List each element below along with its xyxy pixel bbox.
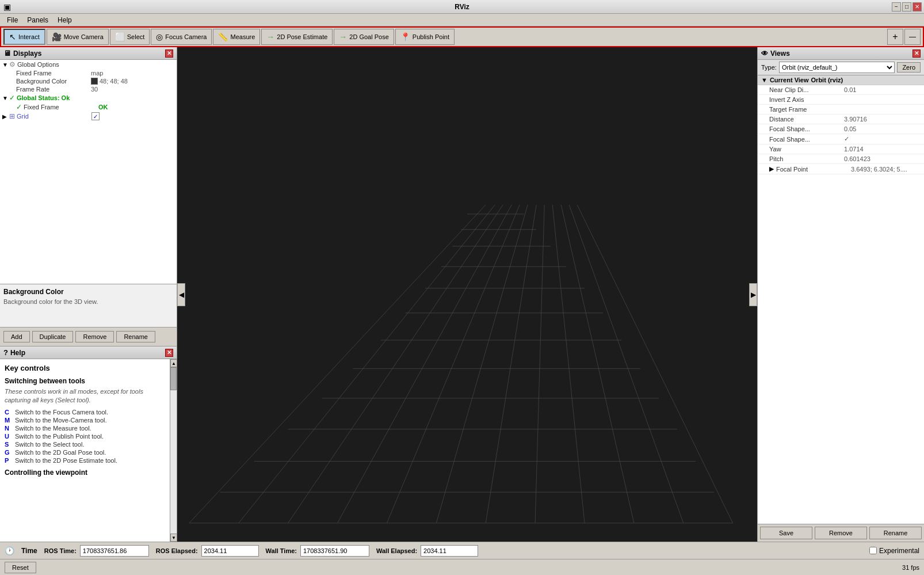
- time-bar: 🕐 Time ROS Time: ROS Elapsed: Wall Time:…: [0, 542, 924, 559]
- add-button[interactable]: Add: [3, 331, 30, 342]
- frame-rate-label: Frame Rate: [16, 86, 91, 93]
- collapse-right-button[interactable]: ▶: [749, 283, 757, 306]
- key-desc: Switch to the 2D Goal Pose tool.: [15, 449, 106, 456]
- main-content: 🖥 Displays ✕ ▼ ⚙ Global Options Fixed Fr…: [0, 47, 924, 542]
- view-prop-row[interactable]: Yaw1.0714: [758, 144, 924, 154]
- status-ff-icon: ✓: [16, 103, 22, 111]
- views-type-select[interactable]: Orbit (rviz_default_): [779, 62, 895, 73]
- view-prop-row[interactable]: ▶Focal Point3.6493; 6.3024; 5....: [758, 164, 924, 174]
- window-title: RViz: [455, 3, 469, 11]
- view-prop-row[interactable]: Target Frame: [758, 105, 924, 115]
- wall-elapsed-input[interactable]: [421, 545, 478, 557]
- views-type-label: Type:: [761, 64, 777, 71]
- views-rename-button[interactable]: Rename: [869, 527, 922, 539]
- ros-elapsed-section: ROS Elapsed:: [156, 545, 259, 557]
- add-tool-button[interactable]: +: [887, 29, 903, 45]
- reset-button[interactable]: Reset: [5, 562, 36, 573]
- tool-publish-point[interactable]: 📍 Publish Point: [395, 29, 455, 45]
- current-view-type: Orbit (rviz): [811, 77, 843, 83]
- displays-tree: ▼ ⚙ Global Options Fixed Frame map Backg…: [0, 60, 177, 284]
- views-title: Views: [770, 49, 790, 58]
- grid-row[interactable]: ▶ ⊞ Grid ✓: [0, 112, 177, 121]
- views-save-button[interactable]: Save: [760, 527, 812, 539]
- collapse-left-button[interactable]: ◀: [177, 283, 185, 306]
- experimental-checkbox[interactable]: [869, 547, 877, 554]
- fixed-frame-row[interactable]: Fixed Frame map: [0, 69, 177, 77]
- current-view-label: Current View: [770, 77, 809, 83]
- help-close[interactable]: ✕: [165, 349, 173, 357]
- info-panel: Background Color Background color for th…: [0, 284, 177, 328]
- displays-title: Displays: [13, 49, 41, 58]
- displays-close[interactable]: ✕: [165, 49, 173, 58]
- views-buttons: Save Remove Rename: [758, 524, 924, 542]
- scroll-up[interactable]: ▲: [170, 359, 177, 367]
- minimize-button[interactable]: −: [892, 2, 901, 12]
- left-panel: 🖥 Displays ✕ ▼ ⚙ Global Options Fixed Fr…: [0, 47, 177, 542]
- menu-panels[interactable]: Panels: [22, 15, 53, 25]
- status-ff-label: Fixed Frame: [24, 104, 98, 111]
- help-scrollbar[interactable]: ▲ ▼: [170, 359, 177, 542]
- view-prop-row[interactable]: Focal Shape...✓: [758, 134, 924, 144]
- global-status-row[interactable]: ▼ ✓ Global Status: Ok: [0, 93, 177, 102]
- close-button[interactable]: ✕: [912, 2, 922, 12]
- maximize-button[interactable]: □: [902, 2, 911, 12]
- view-prop-row[interactable]: Near Clip Di...0.01: [758, 85, 924, 95]
- experimental-label: Experimental: [879, 547, 919, 555]
- remove-button[interactable]: Remove: [75, 331, 114, 342]
- status-ff-value: OK: [98, 104, 108, 111]
- toolbar: ↖ Interact 🎥 Move Camera ⬜ Select ◎ Focu…: [0, 26, 924, 47]
- ros-time-section: ROS Time:: [44, 545, 149, 557]
- status-fixed-frame-row[interactable]: ✓ Fixed Frame OK: [0, 102, 177, 112]
- ros-elapsed-input[interactable]: [201, 545, 259, 557]
- view-prop-row[interactable]: Invert Z Axis: [758, 95, 924, 105]
- pose-estimate-label: 2D Pose Estimate: [277, 33, 327, 40]
- view-prop-value: ✓: [844, 135, 849, 143]
- ros-time-input[interactable]: [80, 545, 149, 557]
- help-header: ? Help ✕: [0, 346, 177, 359]
- wall-time-label: Wall Time:: [266, 547, 297, 554]
- tool-select[interactable]: ⬜ Select: [110, 29, 150, 45]
- help-panel: ? Help ✕ Key controls Switching between …: [0, 346, 177, 542]
- fps-display: 31 fps: [902, 564, 919, 571]
- view-prop-name: Near Clip Di...: [769, 86, 844, 93]
- tool-interact[interactable]: ↖ Interact: [3, 29, 45, 45]
- bg-color-row[interactable]: Background Color 48; 48; 48: [0, 77, 177, 85]
- views-close[interactable]: ✕: [912, 49, 921, 58]
- view-prop-row[interactable]: Pitch0.601423: [758, 154, 924, 164]
- scroll-thumb[interactable]: [170, 367, 177, 390]
- menu-help[interactable]: Help: [53, 15, 77, 25]
- scroll-down[interactable]: ▼: [170, 534, 177, 542]
- focus-camera-icon: ◎: [156, 32, 163, 41]
- ros-elapsed-label: ROS Elapsed:: [156, 547, 198, 554]
- views-zero-button[interactable]: Zero: [897, 62, 921, 73]
- key-letter: M: [5, 417, 12, 424]
- help-content: Key controls Switching between tools The…: [0, 359, 170, 542]
- view-prop-row[interactable]: Focal Shape...0.05: [758, 124, 924, 134]
- view-prop-name: Yaw: [769, 146, 844, 153]
- key-letter: N: [5, 425, 12, 432]
- global-status-arrow: ▼: [2, 95, 9, 101]
- bg-color-swatch: [91, 78, 98, 85]
- clock-icon: 🕐: [5, 546, 14, 555]
- view-prop-row[interactable]: Distance3.90716: [758, 115, 924, 124]
- views-remove-button[interactable]: Remove: [815, 527, 867, 539]
- global-options-row[interactable]: ▼ ⚙ Global Options: [0, 60, 177, 69]
- rename-button[interactable]: Rename: [116, 331, 155, 342]
- remove-tool-button[interactable]: —: [904, 29, 921, 45]
- tool-2d-goal-pose[interactable]: → 2D Goal Pose: [334, 29, 394, 45]
- current-view-header[interactable]: ▼ Current View Orbit (rviz): [758, 75, 924, 85]
- wall-time-input[interactable]: [300, 545, 369, 557]
- grid-checkbox[interactable]: ✓: [91, 112, 100, 120]
- key-letter: S: [5, 441, 12, 448]
- view-prop-name: Distance: [769, 116, 844, 123]
- tool-measure[interactable]: 📏 Measure: [213, 29, 260, 45]
- duplicate-button[interactable]: Duplicate: [32, 331, 74, 342]
- key-item: MSwitch to the Move-Camera tool.: [5, 417, 165, 424]
- view-prop-name: Pitch: [769, 155, 844, 162]
- frame-rate-row[interactable]: Frame Rate 30: [0, 85, 177, 93]
- 3d-view[interactable]: ◀ ▶: [177, 47, 757, 542]
- tool-focus-camera[interactable]: ◎ Focus Camera: [151, 29, 212, 45]
- tool-2d-pose-estimate[interactable]: → 2D Pose Estimate: [261, 29, 333, 45]
- menu-file[interactable]: File: [2, 15, 22, 25]
- tool-move-camera[interactable]: 🎥 Move Camera: [47, 29, 109, 45]
